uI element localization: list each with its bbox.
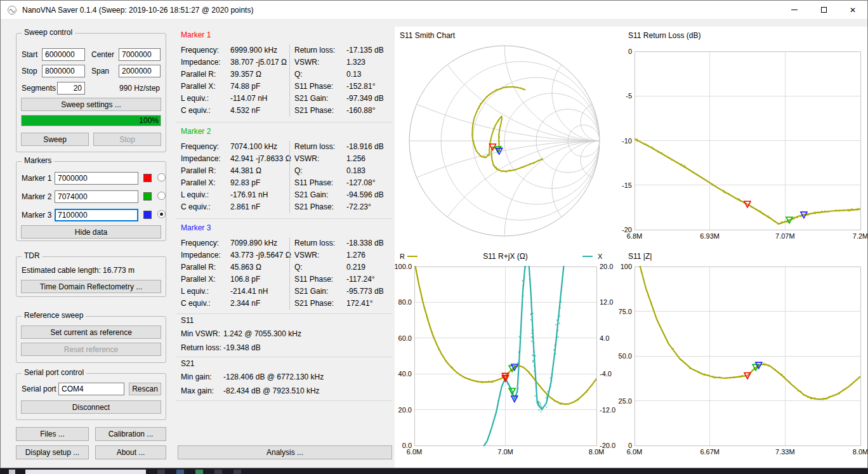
s11-rjx-chart[interactable]: 100.080.060.040.020.00.020.012.04.0-4.0-… — [395, 249, 623, 468]
hide-data-button[interactable]: Hide data — [21, 225, 161, 239]
marker-data-value: 1.323 — [346, 58, 365, 67]
marker-data-label: Return loss: — [294, 237, 346, 249]
marker-data-value: 74.88 pF — [230, 82, 260, 91]
minimize-button[interactable] — [780, 1, 809, 19]
marker-data-label: S21 Phase: — [294, 105, 346, 117]
marker-1-radio[interactable] — [157, 173, 166, 181]
marker-data-value: 38.707 -j5.017 Ω — [230, 58, 287, 67]
analysis-button[interactable]: Analysis ... — [178, 445, 392, 459]
reset-reference-button[interactable]: Reset reference — [21, 343, 161, 356]
svg-text:8.0M: 8.0M — [853, 448, 868, 456]
marker-data-value: 39.357 Ω — [230, 70, 261, 79]
s11-return-loss-value: -19.348 dB — [223, 343, 261, 352]
marker-data-value: 4.532 nF — [230, 106, 260, 115]
marker-2-color-swatch[interactable] — [143, 192, 152, 201]
marker-data-label: S21 Gain: — [294, 286, 346, 298]
stop-sweep-button[interactable]: Stop — [93, 133, 161, 146]
svg-text:S11 R+jX (Ω): S11 R+jX (Ω) — [483, 252, 527, 261]
serial-port-input[interactable] — [58, 383, 124, 395]
separator — [176, 218, 392, 219]
sweep-progress-bar: 100% — [21, 115, 161, 126]
window-controls: ✕ — [780, 1, 867, 19]
center-label: Center — [91, 50, 114, 59]
taskbar-search-box[interactable] — [25, 470, 146, 474]
taskbar-sliver[interactable] — [0, 468, 868, 474]
serial-port-group: Serial port control Serial port Rescan D… — [16, 373, 166, 420]
calibration-button[interactable]: Calibration ... — [95, 427, 166, 441]
marker-2-label: Marker 2 — [22, 192, 51, 201]
s11-z-chart[interactable]: 10075.050.025.006.0M6.67M7.33M8.0MS11 |Z… — [610, 249, 868, 468]
marker-data-value: -176.91 nH — [230, 190, 268, 199]
sweep-progress-text: 100% — [139, 116, 159, 125]
sweep-button[interactable]: Sweep — [21, 133, 89, 146]
svg-text:-5: -5 — [626, 92, 632, 100]
start-frequency-input[interactable] — [42, 48, 85, 61]
s21-max-gain-value: -82.434 dB @ 7923.510 kHz — [223, 386, 320, 395]
separator — [176, 400, 392, 401]
marker-data-label: S21 Gain: — [294, 189, 346, 201]
disconnect-button[interactable]: Disconnect — [21, 400, 161, 414]
marker-data-value: 7099.890 kHz — [230, 239, 277, 247]
sweep-settings-button[interactable]: Sweep settings ... — [21, 98, 161, 111]
stop-label: Stop — [22, 67, 37, 76]
app-icon — [7, 5, 17, 15]
set-reference-button[interactable]: Set current as reference — [21, 326, 161, 339]
marker-data-label: S21 Phase: — [294, 201, 346, 213]
taskbar-icon[interactable] — [176, 470, 184, 474]
svg-text:60.0: 60.0 — [398, 334, 412, 342]
marker-data-value: -18.338 dB — [346, 239, 384, 247]
center-frequency-input[interactable] — [119, 48, 161, 61]
s11-smith-chart[interactable]: S11 Smith Chart — [395, 28, 614, 249]
segments-input[interactable] — [57, 82, 85, 95]
marker-data-value: 0.219 — [346, 263, 365, 272]
taskbar-icon[interactable] — [233, 470, 241, 474]
marker-data-value: -97.349 dB — [346, 94, 384, 103]
time-domain-reflectometry-button[interactable]: Time Domain Reflectometry ... — [21, 280, 161, 293]
marker-info-divider — [289, 141, 290, 213]
stop-frequency-input[interactable] — [42, 65, 85, 77]
marker-2-radio[interactable] — [157, 192, 166, 200]
span-frequency-input[interactable] — [119, 65, 161, 77]
files-button[interactable]: Files ... — [16, 427, 89, 441]
markers-group: Markers Marker 1 Marker 2 Marker 3 Hide … — [16, 161, 166, 241]
marker-3-info-panel: Marker 3 Frequency:7099.890 kHzImpedance… — [176, 221, 392, 313]
marker-data-value: 0.183 — [346, 166, 365, 175]
marker-info-divider — [289, 44, 290, 117]
marker-data-value: 42.941 -j7.8633 Ω — [230, 154, 291, 163]
marker-3-radio[interactable] — [157, 210, 166, 218]
taskbar-icon[interactable] — [157, 470, 165, 474]
marker-3-color-swatch[interactable] — [143, 211, 152, 219]
svg-text:7.07M: 7.07M — [775, 232, 795, 240]
marker-data-value: -114.07 nH — [230, 94, 267, 103]
about-button[interactable]: About ... — [95, 445, 166, 459]
marker-data-label: C equiv.: — [181, 298, 230, 310]
taskbar-icon[interactable] — [214, 470, 222, 474]
marker-data-label: C equiv.: — [181, 105, 230, 117]
marker-data-label: S11 Phase: — [294, 81, 346, 93]
marker-1-color-swatch[interactable] — [143, 174, 152, 182]
display-setup-button[interactable]: Display setup ... — [16, 445, 89, 459]
span-label: Span — [91, 67, 109, 76]
marker-3-frequency-input[interactable] — [55, 209, 138, 221]
svg-text:4.0: 4.0 — [600, 334, 609, 342]
rescan-button[interactable]: Rescan — [129, 383, 161, 395]
marker-data-label: Q: — [294, 261, 346, 273]
marker-2-frequency-input[interactable] — [55, 190, 138, 203]
s11-return-loss-label: Return loss: — [181, 343, 221, 352]
marker-data-value: -18.916 dB — [346, 142, 384, 151]
svg-text:S11 |Z|: S11 |Z| — [628, 252, 652, 261]
close-button[interactable]: ✕ — [838, 1, 867, 19]
s11-return-loss-chart[interactable]: 0-5-10-15-206.8M6.93M7.07M7.2MS11 Return… — [610, 28, 868, 247]
marker-data-value: -17.135 dB — [346, 46, 384, 55]
marker-data-value: -214.41 nH — [230, 287, 268, 296]
taskbar-start-icon[interactable] — [9, 470, 15, 474]
taskbar-icon[interactable] — [195, 470, 203, 474]
window-title: NanoVNA Saver 0.1.4 (Sweep: 2019-10-26 1… — [22, 6, 253, 15]
marker-data-label: Frequency: — [181, 237, 230, 249]
marker-data-label: Impedance: — [181, 249, 230, 261]
separator — [176, 122, 392, 122]
marker-1-frequency-input[interactable] — [55, 172, 138, 185]
svg-text:100: 100 — [621, 263, 632, 270]
maximize-button[interactable] — [809, 1, 838, 19]
marker-data-label: S21 Gain: — [294, 93, 346, 105]
